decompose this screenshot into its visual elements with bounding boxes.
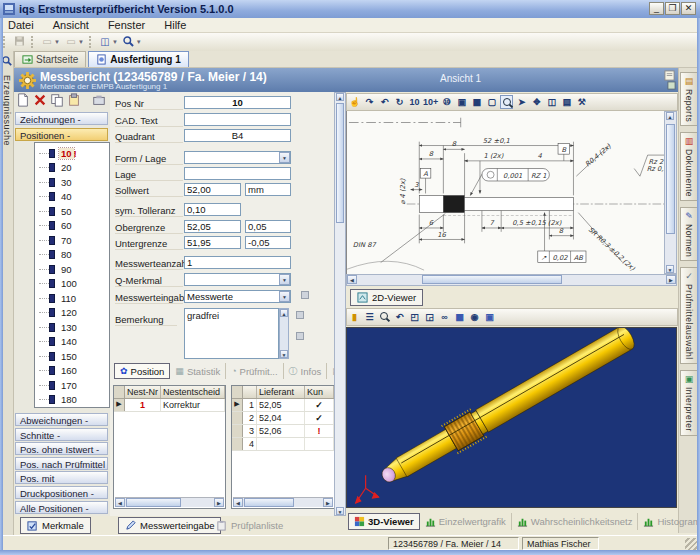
right-strip-tab[interactable]: ✓ Prüfmittelauswahl xyxy=(680,267,698,364)
group-positionen[interactable]: Positionen - xyxy=(15,128,108,141)
copy-icon[interactable] xyxy=(50,93,64,107)
group-zeichnungen[interactable]: Zeichnungen - xyxy=(15,112,108,125)
bemerkung-button-1[interactable] xyxy=(296,311,304,319)
quadrant-input[interactable]: B4 xyxy=(184,129,291,142)
lieferant-header[interactable]: Lieferant xyxy=(257,386,305,398)
untergrenze-input[interactable]: 51,95 xyxy=(184,236,241,249)
value-cell[interactable]: 52,04 xyxy=(257,412,305,424)
sidebar-group-bar[interactable]: Alle Positionen - xyxy=(15,501,108,514)
dropdown-arrow-icon[interactable]: ▼ xyxy=(54,39,60,45)
position-tree-item[interactable]: 90 xyxy=(35,262,109,277)
right-strip-tab[interactable]: ▤ Reports xyxy=(680,72,698,126)
tab-messwerteingabe[interactable]: Messwerteingabe xyxy=(118,517,221,534)
kunde-header[interactable]: Kun xyxy=(305,386,334,398)
tab-startseite[interactable]: Startseite xyxy=(14,51,86,67)
chart-tab[interactable]: Einzelwertgrafik xyxy=(420,513,512,530)
menu-item[interactable]: Fenster xyxy=(100,18,153,32)
messwerteingabe-select[interactable]: Messwerte xyxy=(184,290,291,303)
model-icon[interactable]: ▮ xyxy=(348,310,361,324)
form-tab[interactable]: ◔ Prüfmit... xyxy=(226,363,283,379)
position-tree-item[interactable]: 60 xyxy=(35,219,109,234)
zoom-circle-10-icon[interactable]: ⑩ xyxy=(440,95,453,109)
posnr-input[interactable]: 10 xyxy=(184,96,291,109)
toolbar-grip[interactable] xyxy=(89,36,93,48)
sidebar-group-bar[interactable]: Druckpositionen - xyxy=(15,486,108,499)
bemerkung-scrollbar[interactable]: ▲▼ xyxy=(279,308,289,359)
tab-3d-viewer[interactable]: 3D-Viewer xyxy=(348,513,420,530)
position-tree-item[interactable]: 50 xyxy=(35,204,109,219)
refresh-icon[interactable] xyxy=(92,93,106,107)
nest-table-hscrollbar[interactable]: ◀▶ xyxy=(115,497,224,507)
zoom-extent-icon[interactable]: ◲ xyxy=(423,310,436,324)
page-preview-icon[interactable]: ◫ xyxy=(545,95,558,109)
position-tree-item[interactable]: 80 xyxy=(35,248,109,263)
nestnr-cell[interactable]: 1 xyxy=(125,399,161,411)
drawing-vscrollbar[interactable]: ▲▼ xyxy=(664,111,677,274)
paste-icon[interactable] xyxy=(67,93,81,107)
resize-grip[interactable] xyxy=(685,538,697,550)
position-tree-item[interactable]: 130 xyxy=(35,320,109,335)
sidebar-group-bar[interactable]: Schnitte - xyxy=(15,428,108,441)
value-cell[interactable] xyxy=(257,438,305,450)
untergrenze-delta-input[interactable]: -0,05 xyxy=(245,236,291,249)
cadtext-input[interactable] xyxy=(184,113,291,126)
position-tree-item[interactable]: 100 xyxy=(35,277,109,292)
menu-item[interactable]: Datei xyxy=(0,18,42,32)
rotate-full-icon[interactable]: ↻ xyxy=(393,95,406,109)
dropdown-arrow-icon[interactable]: ▼ xyxy=(78,39,84,45)
tab-pruefplanliste[interactable]: Prüfplanliste xyxy=(210,517,289,534)
image-icon[interactable]: ▣ xyxy=(483,310,496,324)
formlage-dropdown-button[interactable] xyxy=(279,152,290,163)
zoom-in-icon[interactable] xyxy=(378,310,391,324)
form-tab[interactable]: ▦ Statistik xyxy=(170,363,226,379)
tab-merkmale[interactable]: Merkmale xyxy=(20,517,91,534)
zoom-10plus-icon[interactable]: 10+ xyxy=(423,95,438,109)
pin-icon[interactable] xyxy=(667,81,676,90)
save-icon[interactable] xyxy=(10,35,28,50)
sollwert-input[interactable]: 52,00 xyxy=(184,183,241,196)
position-tree-item[interactable]: 120 xyxy=(35,306,109,321)
tab-2d-viewer[interactable]: 2D-Viewer xyxy=(350,289,423,306)
snapshot-icon[interactable]: ◉ xyxy=(468,310,481,324)
index-cell[interactable]: 4 xyxy=(243,438,257,450)
maximize-button[interactable]: ❐ xyxy=(665,2,680,15)
index-cell[interactable]: 2 xyxy=(243,412,257,424)
zoom-box-10-icon[interactable]: ▣ xyxy=(455,95,468,109)
drawing-2d-canvas[interactable]: 52 ±0,1 8 8 1 (2x) 4 A B 0,001 RZ 1 R0,4… xyxy=(346,111,664,274)
form-tab[interactable]: ⓘ Infos xyxy=(284,363,328,379)
new-item-icon[interactable] xyxy=(16,93,30,107)
sidebar-group-bar[interactable]: Abweichungen - xyxy=(15,413,108,426)
menu-item[interactable]: Ansicht xyxy=(45,18,97,32)
nestentscheid-cell[interactable]: Korrektur xyxy=(161,399,225,411)
drawing-hscrollbar[interactable]: ◀▶ xyxy=(346,274,677,286)
nestentscheid-header[interactable]: Nestentscheid xyxy=(161,386,225,398)
save-view-icon[interactable]: ▦ xyxy=(453,310,466,324)
value-cell[interactable]: 52,06 xyxy=(257,425,305,437)
position-tree-item[interactable]: 10 ! xyxy=(35,146,109,161)
measurement-row[interactable]: 3 52,06 ! xyxy=(232,425,334,438)
right-strip-tab[interactable]: ▣ Interpreter xyxy=(680,370,698,436)
position-tree-item[interactable]: 140 xyxy=(35,335,109,350)
qmerkmal-dropdown-button[interactable] xyxy=(279,274,290,285)
position-tree-item[interactable]: 40 xyxy=(35,190,109,205)
position-tree-item[interactable]: 170 xyxy=(35,378,109,393)
print-icon[interactable]: ▤ xyxy=(560,95,573,109)
measurement-row[interactable]: ▶ 1 52,05 ✓ xyxy=(232,399,334,412)
sidebar-group-bar[interactable]: Pos. nach Prüfmittel - xyxy=(15,457,108,470)
nest-table-row[interactable]: ▶ 1 Korrektur xyxy=(114,399,225,412)
chart-tab[interactable]: Histogramm xyxy=(638,513,700,530)
nestnr-header[interactable]: Nest-Nr xyxy=(125,386,161,398)
messwerteanzahl-input[interactable]: 1 xyxy=(184,256,291,269)
tab-ausfertigung-1[interactable]: Ausfertigung 1 xyxy=(88,51,189,67)
obergrenze-delta-input[interactable]: 0,05 xyxy=(245,220,291,233)
link-icon[interactable]: ∞ xyxy=(438,310,451,324)
sidebar-group-bar[interactable]: Pos. mit Nestentsch... xyxy=(15,471,108,484)
toolbar-grip[interactable] xyxy=(3,36,7,48)
bemerkung-button-2[interactable] xyxy=(296,332,304,340)
toolbar-grip[interactable] xyxy=(31,36,35,48)
formlage-select[interactable] xyxy=(184,151,291,164)
position-tree-item[interactable]: 150 xyxy=(35,349,109,364)
minimize-button[interactable]: _ xyxy=(649,2,664,15)
position-tree-item[interactable]: 110 xyxy=(35,291,109,306)
form-panel-scrollbar[interactable]: ▲ ▼ xyxy=(334,92,346,516)
